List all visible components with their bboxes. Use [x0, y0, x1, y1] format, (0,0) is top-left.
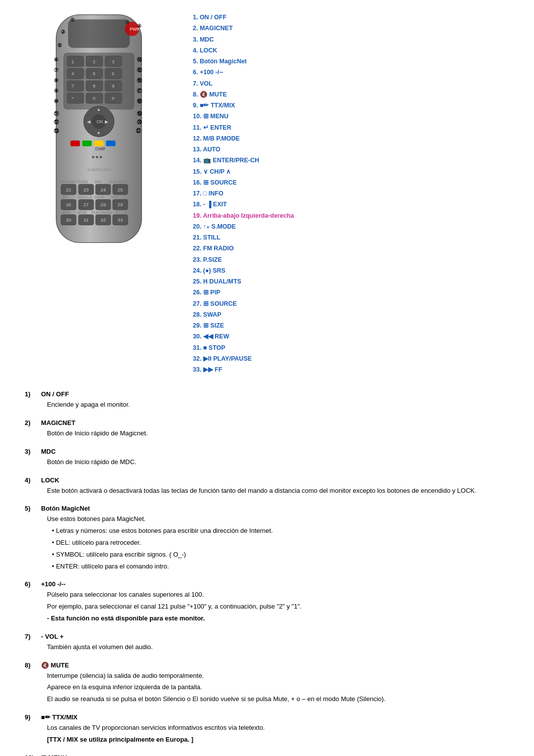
desc-body-8: Interrumpe (silencia) la salida de audio…	[25, 671, 509, 705]
legend-item-12: 12. M/B P.MODE	[193, 134, 514, 144]
desc-title-8: 8) 🔇 MUTE	[25, 662, 509, 669]
legend-item-28: 28. SWAP	[193, 310, 514, 320]
legend-item-2: 2. MAGICNET	[193, 23, 514, 34]
legend-item-24: 24. (●) SRS	[193, 266, 514, 276]
legend-item-18: 18. - ▐ EXIT	[193, 199, 514, 210]
desc-title-10: 10) ⊞ MENU	[25, 754, 509, 756]
svg-text:5: 5	[93, 71, 95, 76]
svg-text:CHIP: CHIP	[95, 146, 105, 151]
legend-item-15: 15. ∨ CH/P ∧	[193, 167, 514, 177]
svg-text:FM RADIO: FM RADIO	[60, 180, 76, 184]
legend-item-6: 6. +100 -/--	[193, 67, 514, 78]
legend-list: 1. ON / OFF 2. MAGICNET 3. MDC 4. LOCK 5…	[193, 12, 514, 375]
desc-item-4: 4) LOCK Este botón activará o desactivar…	[25, 476, 509, 496]
svg-text:⑲: ⑲	[137, 111, 142, 116]
svg-text:⑧: ⑧	[54, 78, 58, 83]
desc-item-5: 5) Botón MagicNet Use estos botones para…	[25, 505, 509, 571]
svg-rect-16	[67, 81, 84, 91]
legend-item-14: 14. 📺 ENTER/PRE-CH	[193, 155, 514, 166]
svg-text:SOURCE: SOURCE	[78, 195, 92, 199]
desc-item-8: 8) 🔇 MUTE Interrumpe (silencia) la salid…	[25, 662, 509, 705]
svg-text:▶: ▶	[105, 119, 108, 124]
legend-item-8: 8. 🔇 MUTE	[193, 90, 514, 100]
desc-title-2: 2) MAGICNET	[25, 419, 509, 426]
desc-body-1: Enciende y apaga el monitor.	[25, 400, 509, 410]
svg-rect-59	[94, 141, 103, 146]
svg-text:⑥: ⑥	[54, 57, 58, 62]
desc-body-6: Púlselo para seleccionar los canales sup…	[25, 590, 509, 623]
desc-title-7: 7) - VOL +	[25, 633, 509, 640]
svg-text:STOP: STOP	[78, 211, 88, 214]
svg-text:⑰: ⑰	[137, 88, 142, 94]
desc-title-1: 1) ON / OFF	[25, 390, 509, 398]
desc-item-2: 2) MAGICNET Botón de Inicio rápido de Ma…	[25, 419, 509, 439]
svg-text:32: 32	[100, 217, 106, 223]
svg-rect-10	[67, 56, 84, 66]
legend-item-30: 30. ◀◀ REW	[193, 331, 514, 342]
svg-text:▲: ▲	[96, 107, 101, 112]
svg-text:23: 23	[84, 187, 89, 192]
svg-text:⑪: ⑪	[54, 111, 59, 116]
desc-body-9: Los canales de TV proporcionan servicios…	[25, 723, 509, 745]
desc-body-3: Botón de Inicio rápido de MDC.	[25, 457, 509, 468]
svg-rect-6	[68, 19, 130, 48]
desc-title-9: 9) ■✏ TTX/MIX	[25, 713, 509, 721]
top-section: ① ③ ④ ② ⑤ PWR	[20, 10, 514, 376]
svg-text:▼: ▼	[96, 131, 101, 136]
svg-text:2: 2	[93, 59, 95, 64]
svg-rect-57	[70, 141, 80, 146]
svg-text:PWR: PWR	[130, 27, 139, 32]
legend-item-22: 22. FM RADIO	[193, 243, 514, 254]
svg-text:0: 0	[93, 96, 95, 101]
legend-item-20: 20. ↑₊ S.MODE	[193, 222, 514, 232]
svg-text:⑦: ⑦	[54, 67, 58, 73]
svg-rect-19	[67, 93, 84, 103]
svg-text:27: 27	[84, 202, 89, 207]
svg-text:9: 9	[112, 84, 114, 89]
svg-text:22: 22	[66, 187, 71, 192]
svg-text:㉑: ㉑	[136, 128, 141, 134]
svg-text:7: 7	[72, 84, 74, 89]
svg-text:4: 4	[72, 71, 74, 76]
legend-item-32: 32. ▶II PLAY/PAUSE	[193, 354, 514, 364]
svg-point-62	[92, 156, 94, 158]
desc-item-6: 6) +100 -/-- Púlselo para seleccionar lo…	[25, 580, 509, 623]
svg-text:REW: REW	[63, 211, 71, 214]
svg-text:②: ②	[61, 29, 65, 35]
svg-point-64	[99, 156, 102, 158]
svg-text:1: 1	[72, 59, 74, 64]
desc-body-7: También ajusta el volumen del audio.	[25, 642, 509, 653]
legend-item-25: 25. H DUAL/MTS	[193, 277, 514, 287]
svg-text:⑨: ⑨	[54, 88, 58, 94]
legend-item-29: 29. ⊞ SIZE	[193, 321, 514, 331]
legend-item-1: 1. ON / OFF	[193, 12, 514, 23]
svg-rect-13	[67, 68, 84, 79]
svg-text:SIZE: SIZE	[111, 195, 119, 199]
svg-text:OK: OK	[96, 119, 103, 124]
svg-text:31: 31	[84, 217, 89, 223]
legend-item-5: 5. Botón MagicNet	[193, 56, 514, 67]
svg-text:⑩: ⑩	[54, 98, 58, 104]
svg-text:⑤: ⑤	[57, 43, 62, 48]
legend-item-7: 7. VOL	[193, 79, 514, 89]
svg-text:#: #	[112, 96, 114, 101]
legend-item-13: 13. AUTO	[193, 144, 514, 155]
legend-item-3: 3. MDC	[193, 35, 514, 45]
legend-item-4: 4. LOCK	[193, 46, 514, 56]
svg-text:⑫: ⑫	[54, 119, 59, 125]
svg-text:⑱: ⑱	[137, 98, 142, 104]
svg-text:⑯: ⑯	[137, 78, 142, 83]
legend-section: 1. ON / OFF 2. MAGICNET 3. MDC 4. LOCK 5…	[193, 10, 514, 376]
desc-item-3: 3) MDC Botón de Inicio rápido de MDC.	[25, 448, 509, 468]
svg-text:30: 30	[66, 217, 71, 223]
desc-title-3: 3) MDC	[25, 448, 509, 455]
svg-text:DUAL/MTS: DUAL/MTS	[109, 180, 126, 184]
svg-text:SAMSUNG: SAMSUNG	[87, 167, 111, 172]
svg-text:24: 24	[100, 187, 106, 192]
legend-item-33: 33. ▶▶ FF	[193, 365, 514, 375]
desc-body-4: Este botón activará o desactivará todas …	[25, 486, 509, 496]
legend-item-27: 27. ⊞ SOURCE	[193, 299, 514, 309]
legend-item-23: 23. P.SIZE	[193, 255, 514, 265]
legend-item-31: 31. ■ STOP	[193, 343, 514, 353]
svg-text:26: 26	[66, 202, 71, 207]
